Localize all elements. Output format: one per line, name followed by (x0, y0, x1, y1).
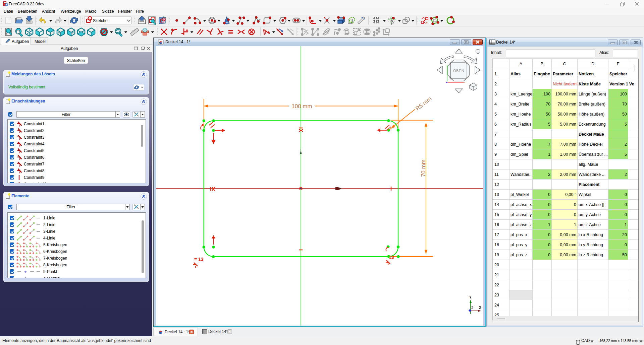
svg-text:Z: Z (471, 306, 473, 309)
svg-text:Sketcher: Sketcher (93, 18, 109, 23)
svg-text:100 mm: 100 mm (291, 103, 312, 110)
svg-text:= 13: = 13 (194, 257, 204, 262)
svg-text:Y: Y (469, 295, 472, 299)
svg-text:OBEN: OBEN (453, 69, 464, 73)
svg-text:X: X (479, 306, 481, 309)
svg-text:R5 mm: R5 mm (415, 95, 433, 112)
svg-text:13: 13 (389, 255, 394, 260)
svg-text:70 mm: 70 mm (420, 159, 427, 177)
